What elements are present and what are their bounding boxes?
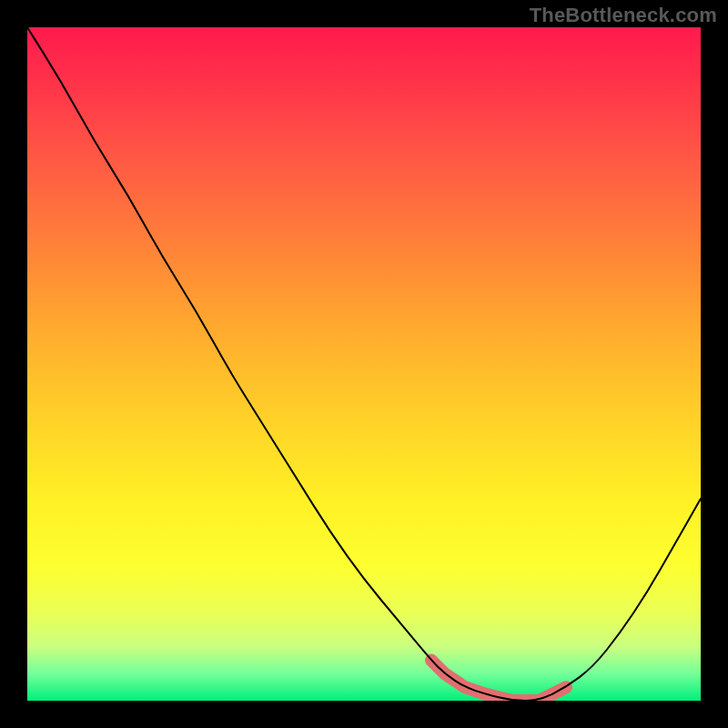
chart-frame: TheBottleneck.com (0, 0, 728, 728)
plot-area (27, 27, 701, 701)
watermark-text: TheBottleneck.com (530, 4, 717, 27)
main-curve (27, 27, 701, 701)
curve-svg (27, 27, 701, 701)
bottom-marker-line (431, 661, 566, 701)
